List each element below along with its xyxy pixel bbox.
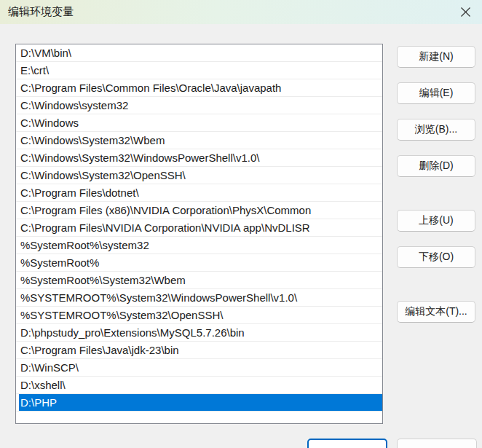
- list-item[interactable]: %SystemRoot%\system32: [16, 237, 382, 254]
- list-item[interactable]: %SystemRoot%: [16, 254, 382, 272]
- list-item[interactable]: C:\Windows\system32: [16, 97, 382, 114]
- edit-button[interactable]: 编辑(E): [397, 82, 475, 104]
- list-item[interactable]: D:\phpstudy_pro\Extensions\MySQL5.7.26\b…: [16, 324, 382, 342]
- titlebar[interactable]: 编辑环境变量: [0, 0, 482, 24]
- edit-environment-variable-dialog: 编辑环境变量 D:\VM\bin\E:\crt\C:\Program Files…: [0, 0, 482, 448]
- list-item[interactable]: C:\Windows\System32\Wbem: [16, 132, 382, 149]
- close-button[interactable]: [449, 0, 482, 24]
- list-item[interactable]: C:\Windows: [16, 114, 382, 132]
- list-item[interactable]: %SYSTEMROOT%\System32\OpenSSH\: [16, 307, 382, 324]
- edit-text-button[interactable]: 编辑文本(T)...: [397, 301, 475, 323]
- move-up-button[interactable]: 上移(U): [397, 210, 475, 232]
- list-item[interactable]: C:\Program Files (x86)\NVIDIA Corporatio…: [16, 202, 382, 219]
- close-icon: [460, 7, 471, 17]
- list-item[interactable]: C:\Windows\System32\OpenSSH\: [16, 167, 382, 184]
- list-item[interactable]: C:\Program Files\Java\jdk-23\bin: [16, 342, 382, 359]
- browse-button[interactable]: 浏览(B)...: [397, 119, 475, 141]
- list-item[interactable]: D:\PHP: [16, 394, 382, 412]
- list-item[interactable]: %SYSTEMROOT%\System32\WindowsPowerShell\…: [16, 289, 382, 307]
- list-item[interactable]: C:\Program Files\dotnet\: [16, 184, 382, 202]
- list-item[interactable]: C:\Program Files\NVIDIA Corporation\NVID…: [16, 219, 382, 237]
- list-item[interactable]: C:\Program Files\Common Files\Oracle\Jav…: [16, 79, 382, 97]
- window-title: 编辑环境变量: [0, 5, 74, 19]
- new-button[interactable]: 新建(N): [397, 46, 475, 68]
- list-item[interactable]: D:\xshell\: [16, 377, 382, 394]
- path-list[interactable]: D:\VM\bin\E:\crt\C:\Program Files\Common…: [15, 44, 383, 424]
- list-item[interactable]: D:\WinSCP\: [16, 359, 382, 377]
- ok-button[interactable]: [307, 439, 387, 448]
- cancel-button[interactable]: [397, 439, 477, 448]
- delete-button[interactable]: 删除(D): [397, 155, 475, 177]
- move-down-button[interactable]: 下移(O): [397, 246, 475, 268]
- list-item[interactable]: %SystemRoot%\System32\Wbem: [16, 272, 382, 289]
- list-item[interactable]: E:\crt\: [16, 62, 382, 79]
- list-item[interactable]: C:\Windows\System32\WindowsPowerShell\v1…: [16, 149, 382, 167]
- list-item[interactable]: D:\VM\bin\: [16, 44, 382, 62]
